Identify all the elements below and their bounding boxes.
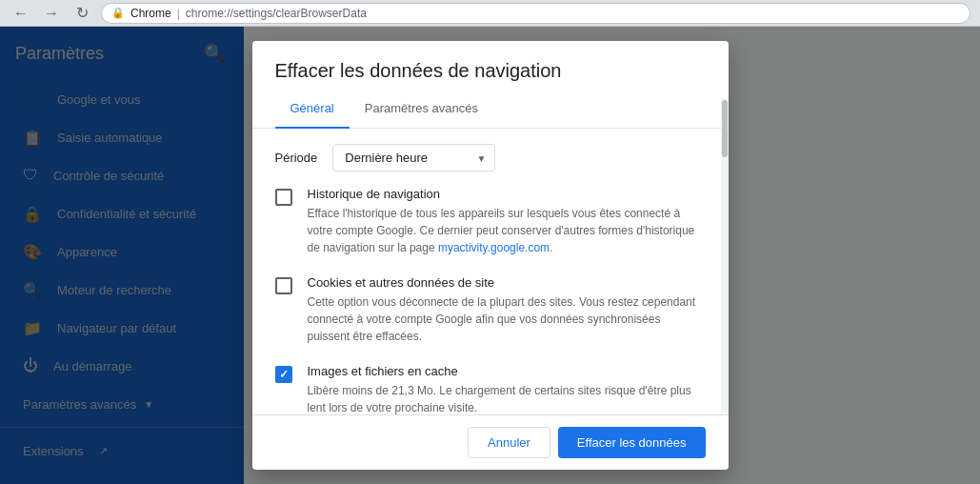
check-title-history: Historique de navigation: [308, 187, 706, 201]
lock-icon: 🔒: [111, 7, 125, 19]
period-row: Période Dernière heure 24 dernières heur…: [275, 144, 706, 171]
page-container: Paramètres 🔍 👤 Google et vous 📋 Saisie a…: [0, 27, 980, 484]
modal-title: Effacer les données de navigation: [252, 41, 729, 82]
check-text-history: Historique de navigation Efface l'histor…: [308, 187, 706, 256]
check-title-cache: Images et fichiers en cache: [308, 364, 706, 378]
chrome-label: Chrome: [130, 7, 171, 20]
period-select-wrapper[interactable]: Dernière heure 24 dernières heures 7 der…: [332, 144, 495, 171]
back-button[interactable]: ←: [10, 2, 32, 25]
tab-advanced[interactable]: Paramètres avancés: [350, 90, 493, 129]
check-item-cookies: Cookies et autres données de site Cette …: [275, 275, 706, 345]
checkbox-history[interactable]: [275, 189, 292, 206]
confirm-button[interactable]: Effacer les données: [558, 427, 706, 458]
check-desc-history: Efface l'historique de tous les appareil…: [308, 205, 706, 256]
period-label: Période: [275, 151, 318, 165]
address-separator: |: [177, 7, 180, 20]
check-item-cache: Images et fichiers en cache Libère moins…: [275, 364, 706, 414]
address-bar[interactable]: 🔒 Chrome | chrome://settings/clearBrowse…: [101, 3, 970, 24]
modal-footer: Annuler Effacer les données: [252, 414, 729, 470]
check-text-cache: Images et fichiers en cache Libère moins…: [308, 364, 706, 414]
forward-button[interactable]: →: [40, 2, 63, 25]
check-title-cookies: Cookies et autres données de site: [308, 275, 706, 290]
modal-overlay: Effacer les données de navigation Généra…: [0, 27, 980, 484]
cancel-button[interactable]: Annuler: [468, 427, 550, 458]
modal-tabs: Général Paramètres avancés: [252, 90, 729, 129]
browser-toolbar: ← → ↻ 🔒 Chrome | chrome://settings/clear…: [0, 0, 980, 27]
check-item-history: Historique de navigation Efface l'histor…: [275, 187, 706, 256]
tab-general[interactable]: Général: [275, 90, 350, 129]
modal-scrollbar-thumb[interactable]: [722, 100, 728, 157]
check-desc-cache: Libère moins de 21,3 Mo. Le chargement d…: [308, 382, 706, 414]
checkbox-cache[interactable]: [275, 366, 292, 383]
period-select[interactable]: Dernière heure 24 dernières heures 7 der…: [332, 144, 495, 171]
modal-scrollbar-track[interactable]: [721, 98, 729, 413]
myactivity-link[interactable]: myactivity.google.com: [438, 241, 550, 254]
checkbox-cookies[interactable]: [275, 277, 292, 294]
check-text-cookies: Cookies et autres données de site Cette …: [308, 275, 706, 345]
modal-content: Période Dernière heure 24 dernières heur…: [252, 129, 729, 414]
clear-browser-data-modal: Effacer les données de navigation Généra…: [252, 41, 729, 470]
check-desc-cookies: Cette option vous déconnecte de la plupa…: [308, 293, 706, 345]
reload-button[interactable]: ↻: [70, 2, 93, 25]
url-display: chrome://settings/clearBrowserData: [186, 7, 367, 20]
